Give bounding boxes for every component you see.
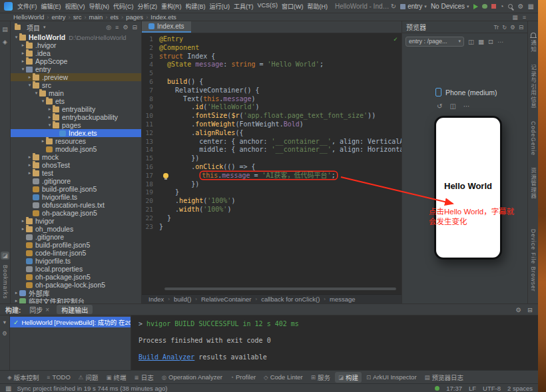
gear-icon[interactable]: ⚙ — [516, 306, 522, 313]
build-console[interactable]: > hvigor BUILD SUCCESSFUL in 12 s 402 ms… — [131, 315, 538, 370]
status-item[interactable]: LF — [469, 385, 476, 392]
status-item[interactable]: 17:37 — [446, 385, 462, 392]
tree-item[interactable]: ▸mock — [11, 153, 141, 161]
profiler-button[interactable]: ◔ — [500, 3, 504, 10]
tree-item[interactable]: ▾main — [11, 89, 141, 97]
tree-chevron-icon[interactable]: ▸ — [47, 114, 53, 120]
build-tab[interactable]: 构建输出 — [57, 305, 93, 314]
grid-view-icon[interactable]: ▦ — [478, 38, 484, 45]
code-line[interactable]: 19 } — [142, 188, 402, 197]
locate-file-icon[interactable]: ◎ — [106, 24, 111, 31]
tree-chevron-icon[interactable]: ▾ — [33, 91, 39, 96]
layout-icon[interactable]: ▦ — [528, 3, 534, 10]
tree-chevron-icon[interactable]: ▸ — [27, 170, 33, 176]
split-icon[interactable]: ▦ — [512, 14, 518, 21]
breadcrumb-item[interactable]: entry — [51, 13, 65, 21]
search-icon[interactable] — [508, 4, 513, 9]
menu-item[interactable]: 视图(V) — [63, 1, 87, 11]
stop-button[interactable] — [491, 4, 496, 9]
tree-item[interactable]: ▾entry — [11, 65, 141, 73]
toolwindow-button[interactable]: ≡TODO — [44, 373, 74, 381]
tree-chevron-icon[interactable]: ▸ — [27, 75, 33, 80]
settings-gear-icon[interactable]: ⚙ — [518, 3, 524, 10]
tree-item[interactable]: code-linter.json5 — [11, 249, 141, 257]
tree-item[interactable]: ▸ohosTest — [11, 161, 141, 169]
debug-button[interactable] — [482, 4, 487, 9]
module-selector[interactable]: entry ▾ — [400, 3, 427, 10]
editor-breadcrumb-item[interactable]: callback for onClick() — [261, 295, 320, 303]
menu-item[interactable]: 窗口(W) — [280, 1, 306, 11]
refresh-icon[interactable]: ↻ — [502, 24, 507, 31]
code-line[interactable]: 5 — [142, 69, 402, 78]
tree-chevron-icon[interactable]: ▸ — [40, 138, 46, 144]
toolwindow-button[interactable]: ◪构建 — [335, 372, 362, 383]
gear-icon[interactable]: ⚙ — [2, 330, 7, 337]
code-line[interactable]: 4 @State message: string = 'Hello World'… — [142, 61, 402, 69]
code-line[interactable]: 2@Component — [142, 44, 402, 53]
toolwindow-button[interactable]: ◈版本控制 — [4, 372, 43, 383]
tree-chevron-icon[interactable]: ▸ — [47, 106, 53, 112]
tree-item[interactable]: ▾HelloWorldD:\Demo\HelloWorld — [11, 33, 141, 41]
tree-item[interactable]: ▾src — [11, 81, 141, 89]
gear-icon[interactable]: ⚙ — [123, 24, 128, 31]
editor-breadcrumb-item[interactable]: Index — [148, 295, 164, 303]
hide-panel-icon[interactable]: ⊟ — [132, 24, 137, 31]
tree-item[interactable]: ▸hvigor — [11, 217, 141, 225]
horizontal-scrollbar[interactable] — [164, 288, 396, 290]
code-line[interactable]: 9 .id('HelloWorld') — [142, 103, 402, 112]
build-task-item[interactable]: ✓ HelloWorld [PreviewBuild]: 成功的 在2025/4… — [10, 317, 131, 327]
code-line[interactable]: 15 }) — [142, 154, 402, 163]
toolwindow-button[interactable]: ▤预览器日志 — [421, 372, 467, 383]
status-item[interactable]: 2 spaces — [507, 385, 533, 392]
breadcrumb-item[interactable]: HelloWorld — [13, 13, 44, 21]
tree-item[interactable]: module.json5 — [11, 145, 141, 153]
translate-icon[interactable]: Tr — [493, 24, 499, 31]
device-profile-row[interactable]: Phone (medium) — [435, 88, 497, 97]
filter-icon[interactable]: ▾ — [3, 319, 6, 325]
tree-item[interactable]: oh-package.json5 — [11, 209, 141, 217]
run-button[interactable] — [473, 4, 478, 9]
breadcrumb-item[interactable]: ets — [110, 13, 119, 21]
tree-item[interactable]: local.properties — [11, 265, 141, 273]
code-line[interactable]: 14 middle: { anchor: '__container__', al… — [142, 146, 402, 154]
tree-item[interactable]: ▸entryability — [11, 105, 141, 113]
menu-item[interactable]: VCS(S) — [256, 1, 280, 11]
editor-breadcrumb-item[interactable]: build() — [174, 295, 191, 303]
toolwindow-button[interactable]: ⚠问题 — [75, 372, 102, 383]
tree-item[interactable]: build-profile.json5 — [11, 185, 141, 193]
rotate-icon[interactable]: ↺ — [437, 102, 442, 110]
gear-icon[interactable]: ⚙ — [510, 24, 515, 31]
code-line[interactable]: 10 .fontSize($r('app.float.page_text_fon… — [142, 112, 402, 120]
tree-chevron-icon[interactable]: ▾ — [20, 67, 26, 72]
toolwindow-button[interactable]: ▣终端 — [103, 372, 129, 383]
toolwindow-button[interactable]: ◔Profiler — [227, 373, 259, 381]
code-editor[interactable]: 1@Entry2@Component3struct Index {4 @Stat… — [142, 33, 402, 294]
tree-item[interactable]: ▸test — [11, 169, 141, 177]
code-line[interactable]: 3struct Index { — [142, 53, 402, 61]
more-icon[interactable]: ⋯ — [497, 38, 504, 45]
tree-item[interactable]: oh-package.json5 — [11, 273, 141, 281]
code-line[interactable]: 13 center: { anchor: '__container__', al… — [142, 138, 402, 146]
hide-panel-icon[interactable]: ⊟ — [527, 306, 533, 313]
editor-breadcrumb-item[interactable]: RelativeContainer — [201, 295, 252, 303]
tree-item[interactable]: ▸AppScope — [11, 57, 141, 65]
tree-chevron-icon[interactable]: ▾ — [40, 98, 46, 104]
tree-item[interactable]: ▸.preview — [11, 73, 141, 81]
build-analyzer-link[interactable]: Build Analyzer — [138, 353, 194, 361]
editor-breadcrumb-item[interactable]: message — [330, 295, 356, 303]
breadcrumb-item[interactable]: Index.ets — [150, 13, 176, 21]
tree-chevron-icon[interactable]: ▸ — [20, 51, 26, 56]
tree-item[interactable]: ▾pages — [11, 121, 141, 129]
build-tab[interactable]: 同步× — [25, 305, 54, 314]
tree-item[interactable]: .gitignore — [11, 233, 141, 241]
code-line[interactable]: 11 .fontWeight(FontWeight.Bold) — [142, 120, 402, 129]
close-icon[interactable]: × — [45, 306, 49, 313]
code-line[interactable]: 12 .alignRules({ — [142, 129, 402, 138]
preview-target-selector[interactable]: entry : /page... ▾ — [406, 37, 464, 47]
toolwindow-button[interactable]: ≣日志 — [131, 372, 157, 383]
menu-item[interactable]: 运行(U) — [208, 1, 232, 11]
menu-item[interactable]: 分析(Z) — [136, 1, 160, 11]
tree-item[interactable]: ▸resources — [11, 137, 141, 145]
multi-preview-icon[interactable]: ◫ — [468, 38, 474, 45]
menu-item[interactable]: 代码(C) — [111, 1, 136, 11]
